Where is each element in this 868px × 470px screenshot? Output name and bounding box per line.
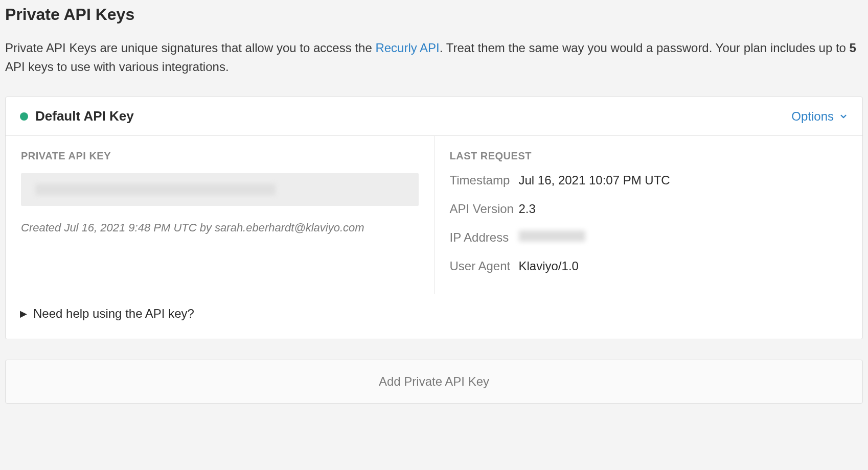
- private-key-section: PRIVATE API KEY Created Jul 16, 2021 9:4…: [6, 136, 435, 294]
- card-header: Default API Key Options: [6, 97, 862, 136]
- description-text-post: API keys to use with various integration…: [5, 60, 229, 74]
- triangle-right-icon: ▶: [20, 309, 27, 318]
- api-key-card: Default API Key Options PRIVATE API KEY …: [5, 97, 863, 339]
- description-text-mid: . Treat them the same way you would a pa…: [440, 41, 850, 55]
- ip-address-value: [519, 230, 585, 245]
- created-info: Created Jul 16, 2021 9:48 PM UTC by sara…: [21, 221, 419, 234]
- api-key-field[interactable]: [21, 173, 419, 206]
- last-request-label: LAST REQUEST: [450, 150, 848, 162]
- api-version-label: API Version: [450, 202, 519, 216]
- help-toggle[interactable]: ▶ Need help using the API key?: [20, 307, 848, 321]
- description-text-pre: Private API Keys are unique signatures t…: [5, 41, 375, 55]
- chevron-down-icon: [839, 112, 848, 121]
- user-agent-label: User Agent: [450, 259, 519, 273]
- ip-address-row: IP Address: [450, 230, 848, 245]
- status-dot-icon: [20, 112, 28, 121]
- options-dropdown[interactable]: Options: [791, 109, 848, 124]
- ip-address-label: IP Address: [450, 230, 519, 245]
- timestamp-row: Timestamp Jul 16, 2021 10:07 PM UTC: [450, 173, 848, 187]
- private-key-label: PRIVATE API KEY: [21, 150, 419, 162]
- page-description: Private API Keys are unique signatures t…: [5, 38, 863, 76]
- api-version-value: 2.3: [519, 202, 536, 216]
- add-private-api-key-button[interactable]: Add Private API Key: [5, 360, 863, 404]
- options-label: Options: [791, 109, 834, 124]
- user-agent-row: User Agent Klaviyo/1.0: [450, 259, 848, 273]
- api-version-row: API Version 2.3: [450, 202, 848, 216]
- last-request-section: LAST REQUEST Timestamp Jul 16, 2021 10:0…: [435, 136, 863, 294]
- page-title: Private API Keys: [5, 5, 863, 24]
- timestamp-label: Timestamp: [450, 173, 519, 187]
- help-toggle-label: Need help using the API key?: [33, 307, 194, 321]
- card-title: Default API Key: [35, 108, 134, 124]
- timestamp-value: Jul 16, 2021 10:07 PM UTC: [519, 173, 670, 187]
- recurly-api-link[interactable]: Recurly API: [375, 41, 439, 55]
- api-key-limit: 5: [850, 41, 856, 55]
- redacted-ip-value: [519, 230, 585, 242]
- user-agent-value: Klaviyo/1.0: [519, 259, 579, 273]
- redacted-key-value: [35, 184, 276, 195]
